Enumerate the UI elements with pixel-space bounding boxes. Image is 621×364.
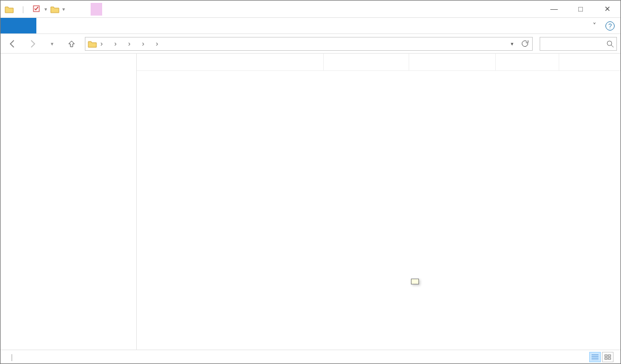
- tab-view[interactable]: [69, 18, 85, 33]
- svg-rect-2: [605, 355, 607, 357]
- tab-share[interactable]: [53, 18, 69, 33]
- col-type[interactable]: [409, 54, 496, 70]
- minimize-button[interactable]: —: [541, 1, 567, 18]
- chevron-right-icon[interactable]: ›: [127, 40, 132, 48]
- chevron-right-icon[interactable]: ›: [141, 40, 145, 48]
- folder-icon: [3, 3, 16, 16]
- status-bar: |: [1, 350, 620, 363]
- tab-home[interactable]: [36, 18, 53, 33]
- address-bar[interactable]: › › › › › ▾: [85, 37, 533, 51]
- address-dropdown-icon[interactable]: ▾: [506, 37, 518, 50]
- qat-separator: |: [17, 3, 29, 16]
- svg-point-1: [607, 41, 612, 46]
- ribbon: ˅ ?: [1, 18, 620, 34]
- col-name[interactable]: [143, 54, 324, 70]
- search-icon[interactable]: [606, 40, 614, 48]
- contextual-tool-tab[interactable]: [91, 3, 102, 16]
- view-icons-button[interactable]: [602, 352, 613, 362]
- column-headers: [137, 54, 620, 71]
- close-button[interactable]: ✕: [594, 1, 620, 18]
- refresh-button[interactable]: [518, 37, 531, 50]
- history-dropdown[interactable]: ▾: [43, 36, 61, 52]
- qat-dropdown-icon[interactable]: ▾: [44, 6, 47, 12]
- crumb-0[interactable]: [105, 37, 112, 50]
- nav-tree[interactable]: [1, 54, 137, 350]
- window-controls: — □ ✕: [541, 1, 620, 18]
- crumb-2[interactable]: [133, 37, 140, 50]
- file-tab[interactable]: [1, 18, 36, 33]
- qat-overflow-icon[interactable]: ▾: [62, 6, 65, 12]
- svg-rect-4: [605, 358, 607, 359]
- quick-access-toolbar: | ▾ ▾: [1, 3, 68, 16]
- svg-rect-5: [608, 358, 611, 359]
- chevron-right-icon[interactable]: ›: [113, 40, 118, 48]
- search-input[interactable]: [543, 39, 604, 48]
- up-button[interactable]: [63, 36, 80, 52]
- titlebar: | ▾ ▾ — □ ✕: [1, 1, 620, 18]
- file-pane: [137, 54, 620, 350]
- maximize-button[interactable]: □: [567, 1, 594, 18]
- crumb-1[interactable]: [119, 37, 126, 50]
- file-list[interactable]: [137, 71, 620, 350]
- back-button[interactable]: [4, 36, 21, 52]
- file-tooltip: [411, 279, 419, 284]
- folder-icon-small: [48, 3, 61, 16]
- nav-bar: ▾ › › › › › ▾: [1, 34, 620, 54]
- help-icon[interactable]: ?: [605, 21, 615, 31]
- tab-manage[interactable]: [139, 18, 155, 33]
- col-size[interactable]: [496, 54, 559, 70]
- checkmark-icon[interactable]: [31, 3, 43, 16]
- chevron-right-icon[interactable]: ›: [99, 40, 104, 48]
- col-date[interactable]: [324, 54, 409, 70]
- chevron-right-icon[interactable]: ›: [155, 40, 159, 48]
- view-switcher: [589, 352, 616, 362]
- status-separator: |: [11, 353, 13, 361]
- svg-rect-3: [608, 355, 611, 357]
- search-box[interactable]: [540, 37, 617, 51]
- crumb-4[interactable]: [160, 37, 167, 50]
- folder-icon: [87, 40, 98, 48]
- crumb-3[interactable]: [147, 37, 154, 50]
- ribbon-expand-icon[interactable]: ˅: [589, 22, 600, 30]
- view-details-button[interactable]: [589, 352, 601, 362]
- forward-button[interactable]: [24, 36, 41, 52]
